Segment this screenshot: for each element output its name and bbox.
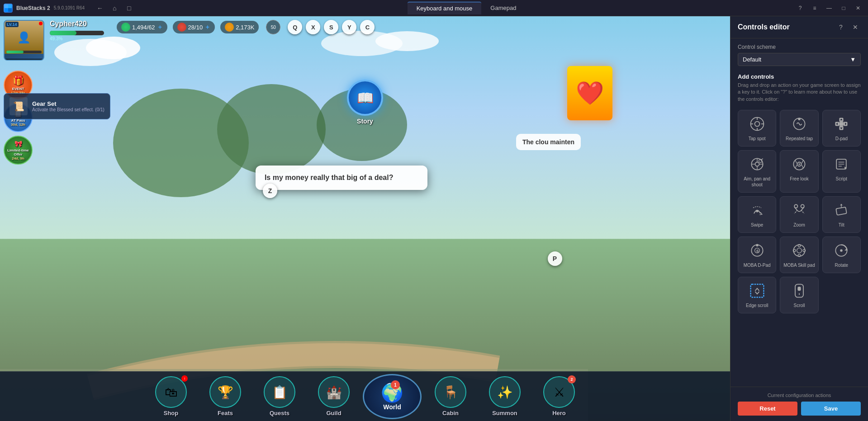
player-avatar: 👤 LV.14 <box>4 20 44 61</box>
free-look-icon <box>790 155 808 173</box>
control-zoom[interactable]: Zoom <box>780 196 818 233</box>
swipe-icon <box>748 201 766 219</box>
shop-notif: ! <box>181 375 188 382</box>
controls-title: Controls editor <box>738 23 790 31</box>
control-script[interactable]: Script <box>822 150 861 193</box>
zoom-icon <box>790 201 808 219</box>
story-button[interactable]: 📖 Story <box>347 80 383 125</box>
control-aim-pan-shoot[interactable]: Aim, pan and shoot <box>738 150 776 193</box>
control-rotate[interactable]: Rotate <box>822 237 861 273</box>
scheme-label: Control scheme <box>738 44 861 50</box>
maximize-button[interactable]: □ <box>837 2 850 14</box>
dialog-text: Is my money really that big of a deal? <box>265 173 418 183</box>
nav-item-shop[interactable]: 🛍 ! Shop <box>144 373 198 420</box>
control-moba-skill-pad[interactable]: MOBA Skill pad <box>780 237 818 273</box>
cabin-label: Cabin <box>442 410 459 416</box>
controls-help-button[interactable]: ? <box>835 22 846 33</box>
game-area[interactable]: 👤 LV.14 Cypher420 49.3% <box>0 16 730 421</box>
stamina-add-icon: ＋ <box>204 23 210 31</box>
nav-item-summon[interactable]: ✨ Summon <box>478 373 532 420</box>
controls-grid: Tap spot Repeated tap <box>738 110 861 313</box>
controls-header: Controls editor ? ✕ <box>730 16 868 38</box>
controls-close-button[interactable]: ✕ <box>850 22 861 33</box>
help-button[interactable]: ? <box>794 2 806 14</box>
add-controls-title: Add controls <box>738 73 861 80</box>
coin-icon <box>225 23 234 32</box>
s-key: S <box>324 20 338 34</box>
stat-stamina: 28/10 ＋ <box>173 21 215 33</box>
nav-item-cabin[interactable]: 🪑 Cabin <box>423 373 478 420</box>
p-key: P <box>548 251 562 266</box>
moba-d-pad-icon: 6 <box>748 241 766 260</box>
main-content: 👤 LV.14 Cypher420 49.3% <box>0 16 868 421</box>
svg-rect-66 <box>750 284 764 298</box>
aim-pan-shoot-icon <box>748 155 766 173</box>
world-label: World <box>383 403 401 411</box>
hud-stats: 1,494/62 ＋ 28/10 ＋ 2,173K 50 <box>117 20 280 34</box>
control-tilt[interactable]: Tilt <box>822 196 861 233</box>
svg-point-57 <box>793 245 805 256</box>
svg-point-58 <box>797 248 802 253</box>
y-key: Y <box>342 20 356 34</box>
nav-item-guild[interactable]: 🏰 Guild <box>307 373 361 420</box>
control-moba-d-pad[interactable]: 6 MOBA D-Pad <box>738 237 776 273</box>
limited-offer-button[interactable]: 🎀 Limited-time Offer 24d, 9h <box>4 136 33 165</box>
app-title: BlueStacks 2 <box>16 5 50 11</box>
script-label: Script <box>836 176 848 182</box>
tap-spot-label: Tap spot <box>749 136 766 142</box>
scheme-dropdown-icon: ▼ <box>850 56 856 63</box>
close-button[interactable]: ✕ <box>852 2 864 14</box>
scheme-select[interactable]: Default ▼ <box>738 53 861 66</box>
minimize-button[interactable]: — <box>823 2 835 14</box>
player-hp-fill <box>6 51 24 53</box>
home-button[interactable]: ⌂ <box>108 2 121 14</box>
title-bar-left: BlueStacks 2 5.9.0.1091 R64 ← ⌂ □ Keyboa… <box>4 2 794 14</box>
hp-percent: 49.3% <box>50 36 104 41</box>
hp-bar-container <box>50 31 104 35</box>
gear-desc: Activate the Blessed set effect. (0/1) <box>32 107 104 112</box>
nav-item-quests[interactable]: 📋 Quests <box>252 373 307 420</box>
reset-button[interactable]: Reset <box>738 402 797 416</box>
summon-label: Summon <box>492 410 517 416</box>
tab-keyboard-mouse[interactable]: Keyboard and mouse <box>408 2 482 14</box>
rotate-icon <box>832 241 850 260</box>
world-nav[interactable]: 🌍 1 World <box>363 374 422 419</box>
svg-point-32 <box>755 162 759 166</box>
control-edge-scroll[interactable]: Edge scroll <box>738 277 776 313</box>
game-background <box>0 16 730 421</box>
control-swipe[interactable]: Swipe <box>738 196 776 233</box>
control-tap-spot[interactable]: Tap spot <box>738 110 776 147</box>
d-pad-icon <box>832 115 850 133</box>
z-key: Z <box>263 184 277 198</box>
scroll-icon <box>790 282 808 300</box>
controls-body: Control scheme Default ▼ Add controls Dr… <box>730 38 868 387</box>
gear-set-panel[interactable]: 📜 Gear Set Activate the Blessed set effe… <box>4 93 110 119</box>
add-controls-section: Add controls Drag and drop an action on … <box>738 73 861 103</box>
svg-rect-2 <box>5 8 8 12</box>
svg-point-56 <box>756 244 758 246</box>
control-d-pad[interactable]: D-pad <box>822 110 861 147</box>
cloud-message: The clou mainten <box>516 134 581 150</box>
screenshot-button[interactable]: □ <box>123 2 135 14</box>
shop-label: Shop <box>164 410 179 416</box>
hero-icon: ⚔ 2 <box>543 376 575 408</box>
player-info: Cypher420 49.3% <box>50 20 104 41</box>
control-free-look[interactable]: Free look <box>780 150 818 193</box>
moba-skill-pad-icon <box>790 241 808 260</box>
title-bar-right: ? ≡ — □ ✕ <box>794 2 864 14</box>
control-repeated-tap[interactable]: Repeated tap <box>780 110 818 147</box>
svg-point-21 <box>798 118 800 120</box>
x-key: X <box>306 20 320 34</box>
control-scroll[interactable]: Scroll <box>780 277 818 313</box>
guild-icon: 🏰 <box>318 376 350 408</box>
save-button[interactable]: Save <box>801 402 861 416</box>
svg-point-48 <box>794 205 797 208</box>
nav-buttons: ← ⌂ □ <box>94 2 135 14</box>
menu-button[interactable]: ≡ <box>808 2 821 14</box>
edge-scroll-icon <box>748 282 766 300</box>
nav-item-hero[interactable]: ⚔ 2 Hero <box>532 373 586 420</box>
limited-label: Limited-time Offer <box>5 148 32 156</box>
nav-item-feats[interactable]: 🏆 Feats <box>198 373 252 420</box>
back-button[interactable]: ← <box>94 2 106 14</box>
tab-gamepad[interactable]: Gamepad <box>481 2 525 14</box>
